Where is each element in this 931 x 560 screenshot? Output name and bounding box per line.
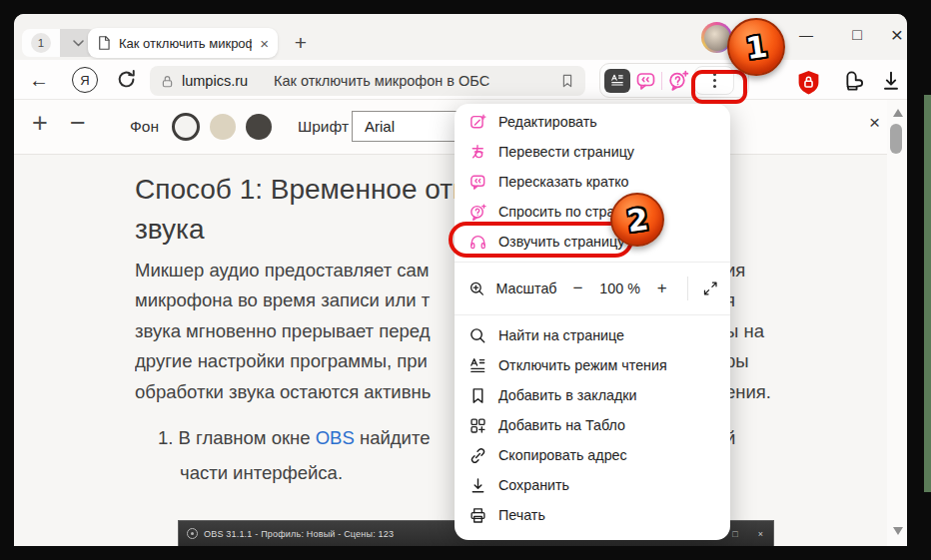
callout-number: 2 (624, 201, 650, 239)
scroll-up-icon[interactable] (893, 109, 903, 117)
lock-icon (160, 73, 175, 90)
bookmark-flag-icon[interactable] (559, 72, 575, 90)
zoom-value: 100 % (599, 280, 641, 296)
minimize-button[interactable]: — (794, 22, 818, 48)
menu-item-exit-reader[interactable]: Отключить режим чтения (455, 350, 730, 380)
menu-item-copy-address[interactable]: Скопировать адрес (455, 440, 730, 470)
copy-link-icon (468, 446, 487, 465)
tab-counter[interactable]: 1 (22, 29, 60, 57)
fullscreen-expand-icon[interactable] (702, 280, 718, 297)
avatar-photo (704, 25, 730, 51)
line-fragment: ы на (725, 320, 764, 342)
paragraph-line: Микшер аудио предоставляет сам (135, 260, 455, 281)
zoom-out-button[interactable]: − (567, 279, 589, 298)
url-host: lumpics.ru (182, 73, 248, 89)
extension-mitten-button[interactable] (840, 69, 867, 96)
tab-close-button[interactable]: × (260, 35, 269, 52)
menu-item-label: Скопировать адрес (498, 447, 627, 463)
callout-step-1: 1 (727, 18, 785, 76)
tab-count-badge: 1 (31, 33, 51, 53)
protect-shield-icon (795, 69, 822, 98)
menu-item-save[interactable]: Сохранить (455, 470, 730, 500)
cluster-divider (661, 72, 662, 90)
list-item-line2: части интерфейса. (180, 462, 475, 484)
bg-swatch-white[interactable] (172, 113, 200, 141)
tab-title: Как отключить микроф (119, 36, 252, 51)
menu-item-find[interactable]: Найти на странице (455, 320, 730, 350)
browser-window: 1 Как отключить микроф × + ≡ — □ × ← Я (14, 14, 907, 546)
downloads-button[interactable] (879, 69, 903, 93)
mitten-icon (840, 69, 867, 96)
translate-icon (468, 143, 487, 162)
print-icon (468, 506, 487, 525)
chevron-down-icon (72, 39, 85, 48)
menu-item-label: Редактировать (498, 114, 597, 130)
refresh-button[interactable] (115, 68, 138, 91)
save-icon (468, 476, 487, 495)
line-fragment: ения. (725, 381, 771, 403)
paragraph-line: звука мгновенно прерывает перед (135, 320, 455, 342)
callout-number: 1 (743, 28, 769, 66)
highlight-menu-button (691, 70, 747, 104)
bg-swatch-beige[interactable] (210, 114, 236, 140)
menu-item-label: Добавить в закладки (498, 387, 637, 403)
url-page-title: Как отключить микрофон в ОБС (274, 73, 559, 89)
menu-item-translate[interactable]: Перевести страницу (455, 137, 730, 167)
menu-item-add-tableau[interactable]: Добавить на Табло (455, 410, 730, 440)
font-decrease-button[interactable]: − (70, 108, 86, 139)
tableau-icon (468, 416, 487, 435)
menu-zoom-row: Масштаб − 100 % + (455, 268, 730, 309)
download-icon (879, 69, 903, 93)
obs-maximize-button[interactable]: □ (732, 529, 737, 539)
tab-group-control[interactable]: 1 (22, 29, 96, 57)
paragraph-line: микрофона во время записи или т (135, 289, 455, 311)
paragraph-line: другие настройки программы, при (135, 350, 455, 372)
font-select-value: Arial (365, 118, 395, 135)
menu-separator (455, 314, 730, 315)
bookmark-icon (468, 386, 487, 405)
scrollbar-thumb[interactable] (890, 124, 902, 154)
article-heading-line1: Способ 1: Временное откл (135, 174, 455, 206)
new-tab-button[interactable]: + (288, 28, 314, 58)
maximize-button[interactable]: □ (845, 22, 869, 48)
zoom-label: Масштаб (495, 280, 556, 296)
article-heading-line2: звука (135, 214, 455, 246)
address-bar[interactable]: lumpics.ru Как отключить микрофон в ОБС (150, 66, 585, 96)
menu-item-label: Добавить на Табло (498, 417, 625, 433)
zoom-divider (687, 277, 688, 300)
list-item-line1: 1. В главном окне OBS найдите (158, 427, 454, 449)
reader-mode-badge-icon (609, 73, 625, 88)
menu-item-add-bookmark[interactable]: Добавить в закладки (455, 380, 730, 410)
refresh-icon (115, 68, 138, 91)
menu-item-print[interactable]: Печать (455, 500, 730, 530)
background-label: Фон (130, 118, 159, 136)
list-text: В главном окне (179, 427, 311, 448)
yandex-home-button[interactable]: Я (72, 67, 98, 93)
zoom-in-button[interactable]: + (651, 279, 673, 298)
edge-artifact-strip (924, 95, 931, 492)
font-select[interactable]: Arial (352, 111, 469, 142)
font-increase-button[interactable]: + (32, 108, 48, 139)
paragraph-line: обработки звука остаются активнь (135, 381, 455, 403)
summarize-toolbar-icon[interactable] (634, 70, 657, 92)
zoom-icon (468, 280, 485, 298)
highlight-read-aloud-item (449, 222, 633, 258)
reader-mode-active-button[interactable] (604, 69, 630, 93)
scrollbar[interactable] (887, 100, 907, 546)
scroll-down-icon[interactable] (893, 527, 903, 535)
menu-item-label: Сохранить (498, 477, 569, 493)
menu-separator (455, 262, 730, 263)
summarize-icon (468, 173, 487, 192)
ask-page-toolbar-icon[interactable] (666, 69, 690, 92)
obs-close-button[interactable]: × (758, 529, 763, 539)
reader-close-button[interactable]: × (869, 112, 880, 134)
obs-link[interactable]: OBS (316, 427, 355, 448)
window-close-button[interactable]: × (885, 22, 907, 48)
protect-button[interactable] (795, 69, 822, 98)
tab-active[interactable]: Как отключить микроф × (88, 28, 278, 58)
back-button[interactable]: ← (26, 67, 52, 93)
menu-item-edit[interactable]: Редактировать (455, 107, 730, 137)
page-icon (97, 35, 111, 51)
menu-item-summarize[interactable]: Пересказать кратко (455, 167, 730, 197)
bg-swatch-dark[interactable] (246, 114, 272, 140)
